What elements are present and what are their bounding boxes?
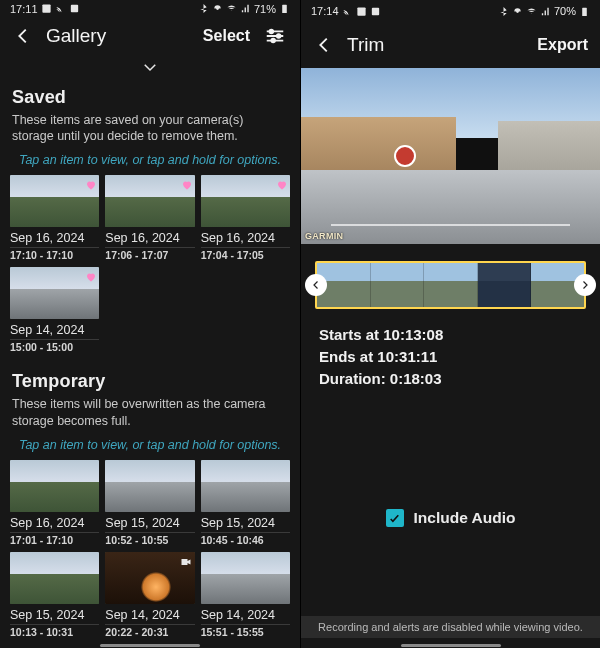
- trim-frames[interactable]: [315, 261, 586, 309]
- cast-icon: [55, 3, 66, 14]
- chevron-left-icon: [310, 279, 322, 291]
- svg-rect-10: [582, 7, 587, 15]
- thumbnail[interactable]: [10, 267, 99, 319]
- select-action[interactable]: Select: [197, 27, 256, 45]
- saved-grid: Sep 16, 202417:10 - 17:10Sep 16, 202417:…: [0, 175, 300, 363]
- svg-point-6: [271, 39, 275, 43]
- check-icon: [388, 512, 401, 525]
- signal-icon: [240, 3, 251, 14]
- bluetooth-icon: [198, 3, 209, 14]
- item-time: 15:51 - 15:55: [201, 624, 290, 638]
- gallery-item[interactable]: Sep 15, 202410:52 - 10:55: [105, 460, 194, 546]
- thumbnail[interactable]: [201, 552, 290, 604]
- item-date: Sep 15, 2024: [10, 608, 99, 622]
- thumbnail[interactable]: [10, 552, 99, 604]
- export-action[interactable]: Export: [531, 36, 594, 54]
- gallery-item[interactable]: Sep 15, 202410:13 - 10:31: [10, 552, 99, 638]
- item-date: Sep 14, 2024: [10, 323, 99, 337]
- cast-icon: [342, 6, 353, 17]
- item-date: Sep 15, 2024: [105, 516, 194, 530]
- image-icon: [41, 3, 52, 14]
- item-time: 20:22 - 20:31: [105, 624, 194, 638]
- svg-rect-0: [42, 4, 50, 12]
- item-date: Sep 16, 2024: [105, 231, 194, 245]
- battery-text: 70%: [554, 5, 576, 17]
- chevron-left-icon: [12, 25, 34, 47]
- gallery-item[interactable]: Sep 14, 202420:22 - 20:31: [105, 552, 194, 638]
- nfc-icon: [370, 6, 381, 17]
- item-time: 10:52 - 10:55: [105, 532, 194, 546]
- trim-strip[interactable]: [309, 260, 592, 310]
- sliders-icon: [264, 25, 286, 47]
- item-time: 15:00 - 15:00: [10, 339, 99, 353]
- gallery-item[interactable]: Sep 16, 202417:10 - 17:10: [10, 175, 99, 261]
- thumbnail[interactable]: [10, 460, 99, 512]
- gallery-item[interactable]: Sep 14, 202415:00 - 15:00: [10, 267, 99, 353]
- svg-rect-7: [357, 7, 365, 15]
- thumbnail[interactable]: [105, 175, 194, 227]
- thumbnail[interactable]: [201, 175, 290, 227]
- temporary-hint: Tap an item to view, or tap and hold for…: [0, 434, 300, 460]
- chevron-down-icon: [136, 58, 164, 76]
- filter-button[interactable]: [256, 17, 294, 55]
- status-time: 17:14: [311, 5, 339, 17]
- wifi-icon: [226, 3, 237, 14]
- gallery-item[interactable]: Sep 16, 202417:01 - 17:10: [10, 460, 99, 546]
- item-date: Sep 16, 2024: [10, 231, 99, 245]
- item-time: 17:01 - 17:10: [10, 532, 99, 546]
- wifi-icon: [526, 6, 537, 17]
- svg-rect-3: [282, 5, 287, 13]
- frame-thumb: [424, 263, 478, 307]
- temporary-grid: Sep 16, 202417:01 - 17:10Sep 15, 202410:…: [0, 460, 300, 648]
- page-title: Gallery: [46, 25, 106, 47]
- svg-point-4: [270, 30, 274, 34]
- item-date: Sep 14, 2024: [201, 608, 290, 622]
- gallery-screen: 17:11 71% Gallery Select: [0, 0, 300, 648]
- page-title: Trim: [347, 34, 384, 56]
- include-audio-checkbox[interactable]: [386, 509, 404, 527]
- include-audio-label: Include Audio: [414, 509, 516, 527]
- nfc-icon: [69, 3, 80, 14]
- status-bar: 17:14 70%: [301, 0, 600, 22]
- watermark: GARMIN: [305, 231, 343, 241]
- status-time: 17:11: [10, 3, 38, 15]
- trim-screen: 17:14 70% Trim Export: [300, 0, 600, 648]
- svg-point-5: [277, 34, 281, 38]
- footer-note: Recording and alerts are disabled while …: [301, 616, 600, 638]
- duration: 0:18:03: [390, 370, 442, 387]
- gallery-item[interactable]: Sep 16, 202417:06 - 17:07: [105, 175, 194, 261]
- status-bar: 17:11 71%: [0, 0, 300, 17]
- trim-start-handle[interactable]: [305, 274, 327, 296]
- item-time: 17:10 - 17:10: [10, 247, 99, 261]
- svg-rect-8: [371, 7, 378, 14]
- item-date: Sep 16, 2024: [201, 231, 290, 245]
- battery-icon: [279, 3, 290, 14]
- include-audio-row[interactable]: Include Audio: [301, 509, 600, 527]
- signal-icon: [540, 6, 551, 17]
- gallery-item[interactable]: Sep 15, 202410:45 - 10:46: [201, 460, 290, 546]
- gallery-item[interactable]: Sep 16, 202417:04 - 17:05: [201, 175, 290, 261]
- back-button[interactable]: [305, 26, 343, 64]
- frame-thumb: [371, 263, 425, 307]
- item-date: Sep 14, 2024: [105, 608, 194, 622]
- gallery-item[interactable]: Sep 14, 202415:51 - 15:55: [201, 552, 290, 638]
- temporary-heading: Temporary: [0, 363, 300, 396]
- saved-desc: These items are saved on your camera(s) …: [0, 112, 300, 150]
- battery-icon: [579, 6, 590, 17]
- battery-text: 71%: [254, 3, 276, 15]
- back-button[interactable]: [4, 17, 42, 55]
- thumbnail[interactable]: [10, 175, 99, 227]
- collapse-toggle[interactable]: [0, 55, 300, 78]
- item-date: Sep 15, 2024: [201, 516, 290, 530]
- start-time: 10:13:08: [383, 326, 443, 343]
- thumbnail[interactable]: [105, 552, 194, 604]
- thumbnail[interactable]: [201, 460, 290, 512]
- video-preview[interactable]: GARMIN: [301, 68, 600, 244]
- nav-bar: [301, 644, 600, 648]
- appbar: Gallery Select: [0, 17, 300, 55]
- thumbnail[interactable]: [105, 460, 194, 512]
- trim-end-handle[interactable]: [574, 274, 596, 296]
- trim-timeinfo: Starts at 10:13:08 Ends at 10:31:11 Dura…: [319, 324, 582, 389]
- item-date: Sep 16, 2024: [10, 516, 99, 530]
- chevron-left-icon: [313, 34, 335, 56]
